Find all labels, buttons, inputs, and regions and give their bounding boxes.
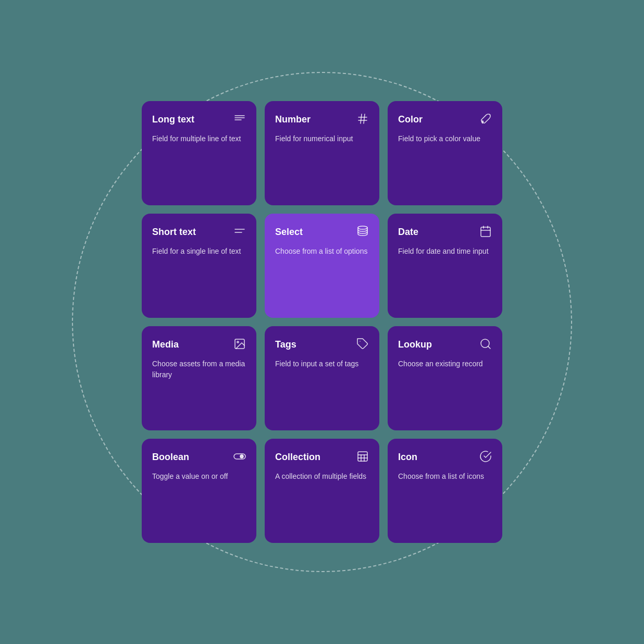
- card-icon-icon: [479, 450, 492, 465]
- card-icon-media: [233, 338, 246, 352]
- svg-rect-10: [481, 227, 490, 237]
- card-lookup[interactable]: Lookup Choose an existing record: [388, 326, 502, 430]
- card-header-select: Select: [275, 225, 369, 240]
- card-description-select: Choose from a list of options: [275, 246, 369, 257]
- card-header-tags: Tags: [275, 338, 369, 352]
- svg-rect-21: [358, 452, 367, 461]
- card-header-icon: Icon: [398, 450, 492, 465]
- card-header-short-text: Short text: [152, 225, 246, 240]
- card-date[interactable]: Date Field for date and time input: [388, 214, 502, 318]
- card-short-text[interactable]: Short text Field for a single line of te…: [142, 214, 256, 318]
- card-icon[interactable]: Icon Choose from a list of icons: [388, 439, 502, 543]
- card-icon-long-text: [233, 113, 246, 127]
- card-description-color: Field to pick a color value: [398, 133, 492, 144]
- card-description-icon: Choose from a list of icons: [398, 471, 492, 482]
- svg-line-6: [364, 114, 365, 123]
- card-number[interactable]: Number Field for numerical input: [265, 101, 379, 205]
- card-icon-short-text: [233, 225, 246, 240]
- card-header-long-text: Long text: [152, 113, 246, 127]
- field-type-grid: Long text Field for multiple line of tex…: [142, 101, 502, 543]
- card-header-collection: Collection: [275, 450, 369, 465]
- card-icon-tags: [356, 338, 369, 352]
- card-description-date: Field for date and time input: [398, 246, 492, 257]
- card-title-select: Select: [275, 227, 303, 238]
- card-title-boolean: Boolean: [152, 452, 189, 463]
- card-collection[interactable]: Collection A collection of multiple fiel…: [265, 439, 379, 543]
- card-title-media: Media: [152, 339, 179, 351]
- circle-container: Long text Field for multiple line of tex…: [72, 72, 572, 572]
- card-description-lookup: Choose an existing record: [398, 358, 492, 369]
- card-header-number: Number: [275, 113, 369, 127]
- card-title-color: Color: [398, 114, 423, 126]
- card-title-lookup: Lookup: [398, 339, 432, 351]
- card-title-tags: Tags: [275, 339, 296, 351]
- card-long-text[interactable]: Long text Field for multiple line of tex…: [142, 101, 256, 205]
- card-title-collection: Collection: [275, 452, 320, 463]
- card-description-boolean: Toggle a value on or off: [152, 471, 246, 482]
- card-color[interactable]: Color Field to pick a color value: [388, 101, 502, 205]
- card-header-color: Color: [398, 113, 492, 127]
- card-icon-number: [356, 113, 369, 127]
- card-title-number: Number: [275, 114, 311, 126]
- card-icon-boolean: [233, 450, 246, 465]
- svg-point-15: [237, 341, 239, 343]
- card-icon-color: [479, 113, 492, 127]
- card-tags[interactable]: Tags Field to input a set of tags: [265, 326, 379, 430]
- card-icon-select: [356, 225, 369, 240]
- card-icon-collection: [356, 450, 369, 465]
- card-description-long-text: Field for multiple line of text: [152, 133, 246, 144]
- card-header-lookup: Lookup: [398, 338, 492, 352]
- card-header-boolean: Boolean: [152, 450, 246, 465]
- card-title-icon: Icon: [398, 452, 417, 463]
- card-icon-lookup: [479, 338, 492, 352]
- svg-point-20: [240, 455, 243, 458]
- card-header-date: Date: [398, 225, 492, 240]
- card-icon-date: [479, 225, 492, 240]
- card-description-number: Field for numerical input: [275, 133, 369, 144]
- card-title-short-text: Short text: [152, 227, 196, 238]
- svg-point-9: [358, 226, 367, 229]
- card-boolean[interactable]: Boolean Toggle a value on or off: [142, 439, 256, 543]
- card-header-media: Media: [152, 338, 246, 352]
- card-description-short-text: Field for a single line of text: [152, 246, 246, 257]
- card-media[interactable]: Media Choose assets from a media library: [142, 326, 256, 430]
- card-select[interactable]: Select Choose from a list of options: [265, 214, 379, 318]
- card-title-long-text: Long text: [152, 114, 194, 126]
- card-description-media: Choose assets from a media library: [152, 358, 246, 380]
- card-description-collection: A collection of multiple fields: [275, 471, 369, 482]
- svg-line-5: [361, 114, 362, 123]
- card-title-date: Date: [398, 227, 418, 238]
- svg-line-18: [488, 346, 490, 349]
- card-description-tags: Field to input a set of tags: [275, 358, 369, 369]
